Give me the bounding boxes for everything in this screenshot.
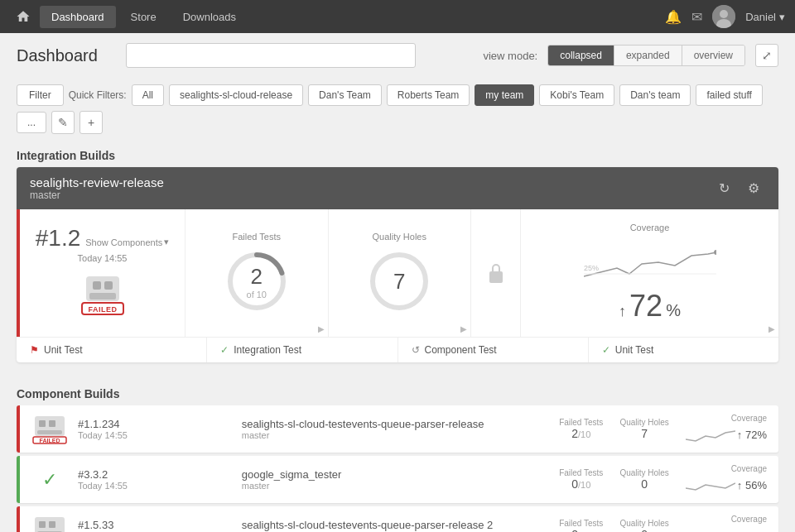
comp-branch-2: master [242, 481, 549, 491]
search-box[interactable] [126, 43, 416, 68]
build-card-header: sealights-review-release master ↻ ⚙ [17, 167, 778, 209]
comp-stats-1: Failed Tests 2/10 Quality Holes 7 Covera… [559, 414, 767, 444]
failed-tests-expand[interactable]: ▶ [318, 324, 325, 333]
svg-text:25%: 25% [584, 264, 599, 272]
failed-tests-value: 2 of 10 [247, 264, 267, 300]
expand-button[interactable]: ⤢ [755, 44, 778, 67]
integration-build-card: sealights-review-release master ↻ ⚙ #1.2… [17, 167, 778, 362]
flag-icon: ⚑ [30, 344, 39, 356]
nav-tab-dashboard[interactable]: Dashboard [40, 6, 116, 28]
nav-right: 🔔 ✉ Daniel ▾ [665, 5, 785, 28]
comp-failed-tests-3: Failed Tests 2/10 [559, 519, 603, 532]
filter-kobi-team[interactable]: Kobi's Team [539, 84, 614, 106]
footer-integration-test-label: Integration Test [234, 344, 301, 356]
component-row[interactable]: FAILED #1.5.33 Today 14:55 sealights-sl-… [17, 506, 778, 532]
component-row[interactable]: ✓ #3.3.2 Today 14:55 google_sigma_tester… [17, 456, 778, 503]
comp-failed-badge-1: FAILED [31, 415, 68, 444]
quality-holes-label: Quality Holes [373, 232, 426, 242]
nav-tab-store[interactable]: Store [119, 6, 168, 28]
svg-rect-4 [93, 281, 101, 290]
notification-icon[interactable]: 🔔 [665, 9, 682, 25]
mail-icon[interactable]: ✉ [691, 9, 702, 25]
comp-stats-2: Failed Tests 0/10 Quality Holes 0 Covera… [559, 464, 767, 495]
comp-quality-holes-1: Quality Holes 7 [619, 418, 668, 440]
home-icon[interactable] [10, 3, 36, 30]
view-mode-collapsed[interactable]: collapsed [548, 46, 614, 65]
comp-name-area-1: sealights-sl-cloud-testevents-queue-pars… [242, 418, 549, 440]
filter-edit-button[interactable]: ✎ [51, 111, 75, 134]
comp-failed-tests-2: Failed Tests 0/10 [559, 468, 603, 491]
filter-add-button[interactable]: + [80, 111, 103, 134]
failed-tests-label: Failed Tests [233, 232, 282, 242]
comp-quality-holes-3: Quality Holes 0 [619, 519, 668, 532]
view-mode-overview[interactable]: overview [682, 46, 744, 65]
avatar [712, 5, 735, 28]
comp-stats-3: Failed Tests 2/10 Quality Holes 0 Covera… [559, 515, 767, 532]
build-card-footer: ⚑ Unit Test ✓ Integration Test ↺ Compone… [17, 337, 778, 362]
coverage-expand[interactable]: ▶ [768, 324, 775, 333]
comp-name-area-2: google_sigma_tester master [242, 468, 549, 491]
nav-tab-downloads[interactable]: Downloads [171, 6, 248, 28]
comp-info-2: #3.3.2 Today 14:55 [78, 468, 232, 491]
comp-coverage-3: Coverage ↑ 56% [686, 515, 767, 532]
svg-rect-5 [104, 281, 113, 290]
page-title: Dashboard [17, 46, 116, 65]
svg-point-1 [720, 10, 728, 18]
user-menu[interactable]: Daniel ▾ [745, 11, 785, 23]
coverage-stat: Coverage 25% ↑ 72 % ▶ [521, 209, 778, 337]
top-nav: Dashboard Store Downloads 🔔 ✉ Daniel ▾ [0, 0, 795, 33]
show-components[interactable]: Show Components ▾ [85, 237, 169, 247]
build-card-body: #1.2 Show Components ▾ Today 14:55 FAILE… [17, 209, 778, 337]
comp-success-badge-2: ✓ [31, 465, 68, 495]
build-card-settings-icon[interactable]: ⚙ [742, 177, 765, 200]
filter-roberts-team[interactable]: Roberts Team [387, 84, 470, 106]
svg-text:FAILED: FAILED [88, 305, 117, 314]
filter-area: Filter Quick Filters: All sealights-sl-c… [0, 78, 795, 141]
search-input[interactable] [135, 50, 407, 62]
filter-all[interactable]: All [132, 84, 164, 106]
comp-sparkline-2 [686, 475, 735, 495]
failed-tests-chart: 2 of 10 [224, 248, 290, 314]
check-icon-2: ✓ [602, 344, 610, 356]
svg-text:FAILED: FAILED [40, 438, 60, 443]
coverage-label: Coverage [630, 223, 670, 232]
svg-rect-24 [49, 521, 55, 528]
svg-rect-23 [39, 521, 46, 528]
svg-point-13 [714, 250, 716, 255]
quality-holes-expand[interactable]: ▶ [460, 324, 467, 333]
quality-holes-stat: Quality Holes 7 ▶ [329, 209, 472, 337]
svg-rect-17 [39, 420, 46, 427]
comp-sparkline-1 [686, 424, 735, 444]
view-mode-expanded[interactable]: expanded [614, 46, 682, 65]
component-builds-title: Component Builds [0, 379, 795, 405]
footer-unit-test2: ✓ Unit Test [589, 338, 778, 362]
filter-failed-stuff[interactable]: failed stuff [696, 84, 762, 106]
comp-build-time-2: Today 14:55 [78, 481, 232, 491]
comp-coverage-1: Coverage ↑ 72% [686, 414, 767, 444]
svg-rect-6 [89, 293, 116, 300]
comp-quality-holes-2: Quality Holes 0 [619, 468, 668, 491]
comp-branch-1: master [242, 430, 549, 440]
comp-name-2: google_sigma_tester [242, 468, 549, 481]
comp-build-num-1: #1.1.234 [78, 418, 232, 430]
coverage-chart: 25% [584, 239, 716, 289]
filter-sl-cloud[interactable]: sealights-sl-cloud-release [169, 84, 303, 106]
comp-build-num-2: #3.3.2 [78, 468, 232, 481]
quality-holes-value: 7 [393, 269, 405, 295]
check-icon-1: ✓ [220, 344, 229, 356]
filter-more[interactable]: ... [17, 112, 46, 133]
filter-dan-team2[interactable]: Dan's team [619, 84, 691, 106]
component-row[interactable]: FAILED #1.1.234 Today 14:55 sealights-sl… [17, 405, 778, 453]
comp-failed-badge-3: FAILED [31, 515, 68, 533]
svg-rect-18 [49, 420, 55, 427]
filter-my-team[interactable]: my team [475, 84, 534, 106]
comp-name-1: sealights-sl-cloud-testevents-queue-pars… [242, 418, 549, 430]
build-card-refresh-icon[interactable]: ↻ [712, 177, 735, 200]
svg-rect-19 [37, 430, 62, 434]
footer-unit-test2-label: Unit Test [615, 344, 653, 356]
failed-badge: FAILED [70, 270, 136, 322]
lock-section [471, 209, 521, 337]
filter-dan-team[interactable]: Dan's Team [308, 84, 382, 106]
svg-rect-12 [489, 271, 503, 283]
filter-button[interactable]: Filter [17, 84, 64, 106]
